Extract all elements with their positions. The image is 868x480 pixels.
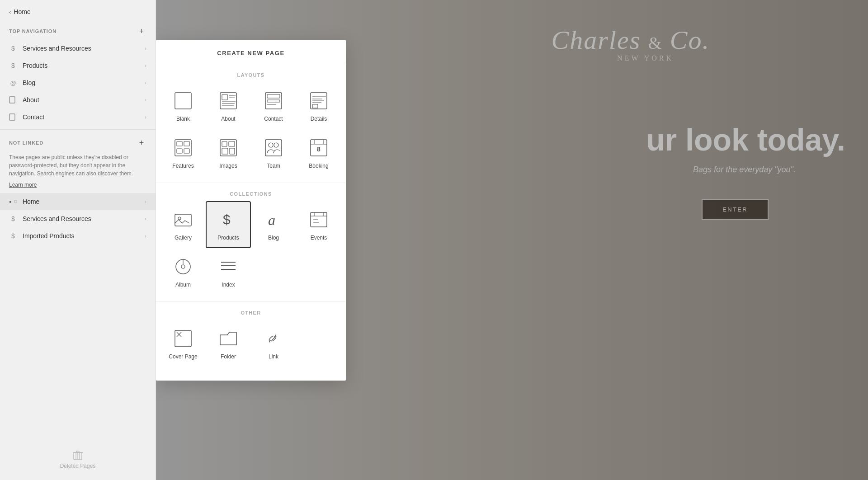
layout-blank[interactable]: Blank [160, 82, 206, 129]
svg-point-38 [274, 143, 278, 147]
collection-products[interactable]: $ Products [206, 201, 251, 248]
sidebar-item-blog[interactable]: @ Blog › [0, 74, 156, 91]
layout-images[interactable]: Images [206, 129, 251, 176]
booking-icon: 8 [308, 137, 329, 158]
layouts-grid: Blank About Contact [156, 82, 346, 181]
dollar-icon: $ [9, 215, 17, 222]
sidebar-item-label: Services and Resources [23, 45, 139, 52]
cover-page-label: Cover Page [169, 353, 197, 360]
dollar-icon: $ [9, 62, 17, 69]
other-grid: Cover Page Folder Link [156, 320, 346, 372]
layout-features[interactable]: Features [160, 129, 206, 176]
modal-title: CREATE NEW PAGE [156, 40, 346, 64]
svg-point-45 [178, 217, 181, 220]
album-icon [173, 256, 193, 277]
sidebar-item-imported-products[interactable]: $ Imported Products › [0, 227, 156, 245]
deleted-pages-button[interactable]: Deleted Pages [60, 449, 96, 469]
collections-section-label: COLLECTIONS [156, 183, 346, 201]
svg-rect-30 [184, 149, 189, 153]
chevron-left-icon: ‹ [9, 9, 11, 15]
team-label: Team [267, 163, 280, 169]
collection-album[interactable]: Album [160, 248, 206, 295]
sidebar-item-contact[interactable]: Contact › [0, 108, 156, 126]
dollar-icon: $ [9, 232, 17, 240]
album-label: Album [175, 282, 191, 288]
team-icon [263, 137, 284, 158]
svg-rect-48 [311, 212, 327, 227]
chevron-right-icon: › [145, 199, 146, 204]
layout-about[interactable]: About [206, 82, 251, 129]
deleted-pages-label: Deleted Pages [60, 463, 96, 469]
not-linked-add-button[interactable]: + [137, 138, 146, 148]
layout-details[interactable]: Details [296, 82, 341, 129]
sidebar-item-label: Imported Products [23, 232, 139, 240]
modal-backdrop[interactable]: CREATE NEW PAGE LAYOUTS Blank About [156, 0, 868, 480]
dollar-icon: $ [9, 45, 17, 52]
svg-rect-44 [175, 214, 191, 226]
top-nav-add-button[interactable]: + [137, 26, 146, 36]
page-icon [9, 113, 17, 121]
svg-rect-33 [229, 141, 235, 146]
index-icon [218, 256, 239, 277]
folder-label: Folder [221, 353, 236, 360]
svg-rect-2 [15, 200, 17, 203]
blog-icon: a [263, 209, 284, 230]
chevron-right-icon: › [145, 63, 146, 68]
svg-rect-35 [230, 148, 235, 154]
sidebar-item-home[interactable]: Home › [0, 193, 156, 210]
collection-gallery[interactable]: Gallery [160, 201, 206, 248]
details-label: Details [311, 116, 327, 122]
features-label: Features [172, 163, 193, 169]
top-nav-header: TOP NAVIGATION + [0, 22, 156, 40]
svg-rect-27 [177, 141, 182, 146]
details-icon [308, 90, 329, 111]
collection-events[interactable]: Events [296, 201, 341, 248]
events-icon [308, 209, 329, 230]
sidebar-item-services[interactable]: $ Services and Resources › [0, 40, 156, 57]
not-linked-section: These pages are public unless they're di… [0, 151, 156, 193]
top-nav-label: TOP NAVIGATION [9, 28, 57, 34]
chevron-right-icon: › [145, 216, 146, 221]
link-icon [263, 328, 284, 349]
sidebar-item-label: Home [23, 198, 139, 205]
sidebar-divider [0, 129, 156, 130]
collection-index[interactable]: Index [206, 248, 251, 295]
svg-text:8: 8 [317, 146, 321, 153]
create-new-page-modal: CREATE NEW PAGE LAYOUTS Blank About [156, 40, 346, 381]
chevron-right-icon: › [145, 80, 146, 85]
index-label: Index [222, 282, 235, 288]
gallery-icon [173, 209, 193, 230]
sidebar-item-label: Products [23, 62, 139, 69]
not-linked-learn-more[interactable]: Learn more [9, 182, 37, 188]
collection-blog[interactable]: a Blog [251, 201, 296, 248]
folder-icon [218, 328, 239, 349]
back-button[interactable]: ‹ Home [0, 0, 156, 22]
contact-label: Contact [264, 116, 283, 122]
page-icon [9, 96, 17, 104]
at-icon: @ [9, 80, 17, 86]
events-label: Events [311, 235, 327, 241]
sidebar-item-about[interactable]: About › [0, 91, 156, 108]
products-icon: $ [218, 209, 239, 230]
svg-rect-26 [175, 140, 191, 156]
other-link[interactable]: Link [251, 320, 296, 367]
other-folder[interactable]: Folder [206, 320, 251, 367]
blank-label: Blank [176, 116, 190, 122]
other-section-label: OTHER [156, 302, 346, 320]
blank-icon [173, 90, 193, 111]
images-icon [218, 137, 239, 158]
chevron-right-icon: › [145, 114, 146, 120]
layout-team[interactable]: Team [251, 129, 296, 176]
other-cover-page[interactable]: Cover Page [160, 320, 206, 367]
svg-rect-31 [220, 140, 236, 156]
layout-booking[interactable]: 8 Booking [296, 129, 341, 176]
layouts-section-label: LAYOUTS [156, 64, 346, 82]
svg-rect-34 [222, 148, 228, 154]
sidebar-item-services2[interactable]: $ Services and Resources › [0, 210, 156, 227]
images-label: Images [219, 163, 237, 169]
svg-rect-1 [9, 114, 15, 120]
sidebar-item-products[interactable]: $ Products › [0, 57, 156, 74]
trash-icon [72, 449, 83, 461]
back-label: Home [14, 8, 30, 15]
layout-contact[interactable]: Contact [251, 82, 296, 129]
